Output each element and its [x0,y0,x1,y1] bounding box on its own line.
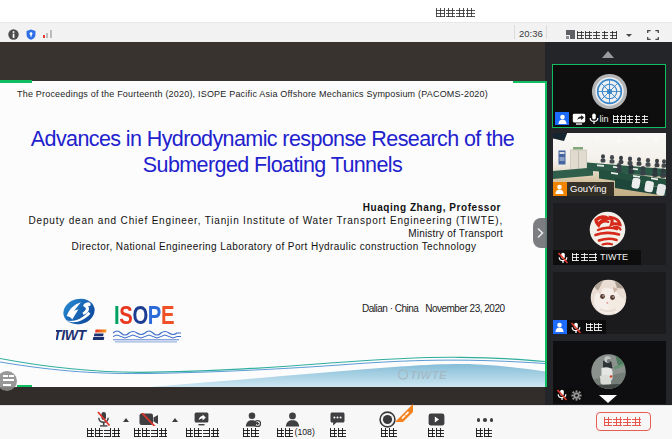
svg-text:TIWTE: TIWTE [410,369,447,381]
